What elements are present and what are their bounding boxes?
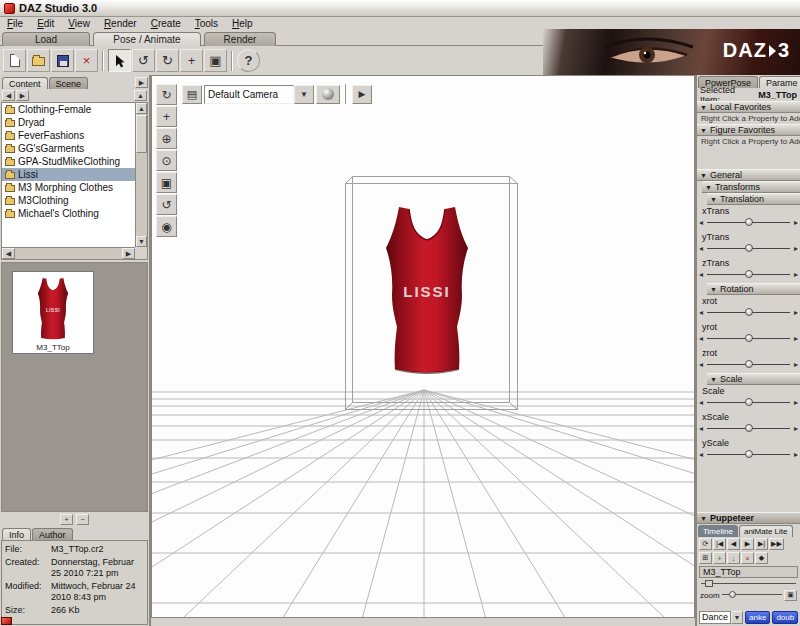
tree-horizontal-scrollbar[interactable]: ◀ ▶ bbox=[2, 247, 135, 259]
tab-animate-lite[interactable]: aniMate Lite bbox=[739, 525, 793, 537]
tree-item[interactable]: GPA-StudMikeClothing bbox=[2, 155, 135, 168]
tab-scene[interactable]: Scene bbox=[49, 77, 89, 89]
viewport-canvas[interactable]: LISSI bbox=[152, 76, 694, 617]
tree-item[interactable]: M3 Morphing Clothes bbox=[2, 181, 135, 194]
zoom-knob[interactable] bbox=[729, 591, 736, 598]
nav-back-button[interactable]: ◀ bbox=[2, 90, 15, 101]
title-bar[interactable]: DAZ Studio 3.0 bbox=[0, 0, 800, 17]
slider-knob[interactable] bbox=[745, 270, 753, 278]
slider-inc-icon[interactable]: ▸ bbox=[794, 307, 798, 318]
tree-item[interactable]: Clothing-Female bbox=[2, 103, 135, 116]
delete-key-button[interactable]: × bbox=[741, 552, 754, 564]
tab-timeline[interactable]: Timeline bbox=[698, 525, 738, 537]
slider-scale[interactable]: ◂▸ bbox=[699, 397, 798, 409]
aim-camera-button[interactable]: ◉ bbox=[156, 216, 177, 237]
clip-selector[interactable]: Dance ▼ bbox=[699, 611, 743, 624]
tree-item[interactable]: FeverFashions bbox=[2, 129, 135, 142]
scroll-up-button[interactable]: ▲ bbox=[136, 103, 147, 114]
scroll-right-button[interactable]: ▶ bbox=[122, 248, 135, 259]
tree-item[interactable]: M3Clothing bbox=[2, 194, 135, 207]
slider-knob[interactable] bbox=[745, 450, 753, 458]
tab-load[interactable]: Load bbox=[2, 32, 90, 46]
slider-zrot[interactable]: ◂▸ bbox=[699, 359, 798, 371]
slider-yrot[interactable]: ◂▸ bbox=[699, 333, 798, 345]
orbit-tool-button[interactable]: ↻ bbox=[156, 49, 179, 72]
slider-dec-icon[interactable]: ◂ bbox=[699, 243, 703, 254]
slider-inc-icon[interactable]: ▸ bbox=[794, 397, 798, 408]
pan-camera-button[interactable]: + bbox=[156, 106, 177, 127]
slider-ztrans[interactable]: ◂▸ bbox=[699, 269, 798, 281]
zoom-fit-button[interactable]: ▣ bbox=[784, 590, 797, 601]
zoom-out-thumbs-button[interactable]: − bbox=[76, 514, 89, 525]
tab-author[interactable]: Author bbox=[32, 528, 73, 540]
slider-knob[interactable] bbox=[745, 218, 753, 226]
slider-inc-icon[interactable]: ▸ bbox=[794, 359, 798, 370]
section-transforms[interactable]: ▼Transforms bbox=[702, 181, 800, 193]
slider-inc-icon[interactable]: ▸ bbox=[794, 243, 798, 254]
nav-up-button[interactable]: ▲ bbox=[134, 90, 147, 101]
menu-tools[interactable]: Tools bbox=[188, 18, 225, 29]
slider-dec-icon[interactable]: ◂ bbox=[699, 359, 703, 370]
open-button[interactable] bbox=[27, 49, 50, 72]
clip-selector-value[interactable]: Dance bbox=[699, 611, 731, 624]
slider-dec-icon[interactable]: ◂ bbox=[699, 397, 703, 408]
tab-pose-animate[interactable]: Pose / Animate bbox=[93, 32, 201, 46]
viewport-3d[interactable]: LISSI ↻ + ⊕ ⊙ ▣ ↺ ◉ ▤ Default Camera ▼ ▶ bbox=[151, 75, 695, 618]
scroll-left-button[interactable]: ◀ bbox=[2, 248, 15, 259]
slider-dec-icon[interactable]: ◂ bbox=[699, 333, 703, 344]
menu-help[interactable]: Help bbox=[225, 18, 260, 29]
slider-dec-icon[interactable]: ◂ bbox=[699, 423, 703, 434]
draw-style-button[interactable] bbox=[316, 85, 340, 104]
nav-forward-button[interactable]: ▶ bbox=[16, 90, 29, 101]
slider-inc-icon[interactable]: ▸ bbox=[794, 423, 798, 434]
tree-item[interactable]: GG'sGarments bbox=[2, 142, 135, 155]
camera-selector[interactable]: Default Camera ▼ bbox=[204, 85, 314, 104]
dolly-camera-button[interactable]: ⊙ bbox=[156, 150, 177, 171]
rotate-camera-button[interactable]: ↺ bbox=[156, 194, 177, 215]
slider-inc-icon[interactable]: ▸ bbox=[794, 269, 798, 280]
tree-vertical-scrollbar[interactable]: ▲ ▼ bbox=[135, 103, 147, 247]
panel-menu-button[interactable]: ▶ bbox=[135, 77, 148, 88]
zoom-camera-button[interactable]: ⊕ bbox=[156, 128, 177, 149]
new-button[interactable] bbox=[3, 49, 26, 72]
slider-inc-icon[interactable]: ▸ bbox=[794, 449, 798, 460]
tree-item[interactable]: Michael's Clothing bbox=[2, 207, 135, 220]
slider-dec-icon[interactable]: ◂ bbox=[699, 307, 703, 318]
save-button[interactable] bbox=[51, 49, 74, 72]
slider-knob[interactable] bbox=[745, 244, 753, 252]
menu-view[interactable]: View bbox=[61, 18, 97, 29]
tab-render[interactable]: Render bbox=[204, 32, 276, 46]
animate-track-item[interactable]: M3_TTop bbox=[699, 566, 798, 578]
clip-dropdown-button[interactable]: ▼ bbox=[731, 611, 743, 624]
camera-selector-dropdown-button[interactable]: ▼ bbox=[294, 85, 314, 104]
menu-create[interactable]: Create bbox=[144, 18, 188, 29]
scrollbar-thumb[interactable] bbox=[136, 115, 147, 153]
animate-scrub-bar[interactable] bbox=[699, 579, 798, 588]
slider-ytrans[interactable]: ◂▸ bbox=[699, 243, 798, 255]
camera-cube-button[interactable]: ▤ bbox=[182, 85, 202, 104]
slider-inc-icon[interactable]: ▸ bbox=[794, 333, 798, 344]
slider-knob[interactable] bbox=[745, 308, 753, 316]
clip-button-anke[interactable]: anke bbox=[745, 611, 770, 624]
orbit-camera-button[interactable]: ↻ bbox=[156, 84, 177, 105]
viewport-play-button[interactable]: ▶ bbox=[352, 85, 372, 104]
scroll-down-button[interactable]: ▼ bbox=[136, 236, 147, 247]
camera-selector-value[interactable]: Default Camera bbox=[204, 85, 294, 104]
slider-knob[interactable] bbox=[745, 398, 753, 406]
grid-button[interactable]: ⊞ bbox=[699, 552, 712, 564]
slider-dec-icon[interactable]: ◂ bbox=[699, 217, 703, 228]
go-last-button[interactable]: ▶▶ bbox=[769, 538, 784, 550]
scale-tool-button[interactable]: ▣ bbox=[204, 49, 227, 72]
tab-content[interactable]: Content bbox=[2, 77, 48, 89]
play-button[interactable]: ▶ bbox=[741, 538, 754, 550]
help-button[interactable]: ? bbox=[237, 49, 260, 72]
section-puppeteer[interactable]: ▼Puppeteer bbox=[697, 512, 800, 524]
thumbnail-m3-ttop[interactable]: LISSI M3_TTop bbox=[12, 271, 94, 354]
slider-knob[interactable] bbox=[745, 424, 753, 432]
node-select-tool-button[interactable] bbox=[108, 49, 131, 72]
slider-inc-icon[interactable]: ▸ bbox=[794, 217, 798, 228]
loop-button[interactable]: ⟳ bbox=[699, 538, 712, 550]
clip-button-doub[interactable]: doub bbox=[772, 611, 798, 624]
slider-xscale[interactable]: ◂▸ bbox=[699, 423, 798, 435]
section-general[interactable]: ▼General bbox=[697, 169, 800, 181]
